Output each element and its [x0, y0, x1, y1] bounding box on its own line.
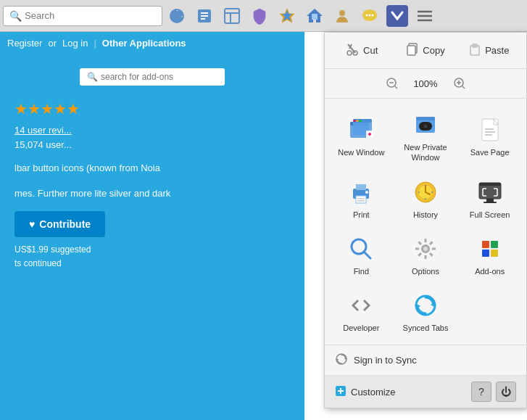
zoom-in-button[interactable]	[449, 73, 470, 94]
bookmarks-icon[interactable]	[191, 3, 217, 29]
nav-separator: |	[94, 38, 96, 49]
layout-icon[interactable]	[219, 3, 245, 29]
paste-button[interactable]: Paste	[459, 38, 519, 62]
paste-label: Paste	[485, 45, 509, 56]
svg-point-50	[425, 125, 426, 127]
new-window-item[interactable]: New Window	[331, 104, 392, 169]
cut-label: Cut	[363, 45, 378, 56]
nav-or: or	[48, 38, 57, 49]
svg-line-89	[418, 242, 421, 244]
svg-line-82	[364, 252, 370, 258]
svg-rect-71	[486, 199, 494, 202]
chat-icon[interactable]	[357, 3, 383, 29]
history-item[interactable]: History	[395, 172, 457, 226]
find-item[interactable]: Find	[331, 228, 392, 282]
customize-row: Customize ? ⏻	[325, 376, 526, 408]
cut-button[interactable]: Cut	[332, 38, 392, 62]
svg-rect-10	[312, 14, 318, 20]
user-count: 15,074 user...	[14, 139, 290, 150]
svg-rect-56	[356, 184, 366, 190]
svg-point-39	[354, 120, 356, 122]
search-input[interactable]	[25, 10, 156, 21]
svg-rect-51	[482, 119, 498, 141]
sign-in-row[interactable]: Sign in to Sync	[325, 345, 526, 376]
customize-label-text: Customize	[351, 387, 395, 398]
add-ons-item[interactable]: Add-ons	[459, 228, 520, 282]
full-screen-label: Full Screen	[470, 210, 510, 220]
find-icon	[347, 234, 375, 263]
svg-rect-16	[386, 5, 408, 27]
addon-search-icon: 🔍	[87, 72, 98, 82]
svg-point-14	[369, 14, 371, 16]
shield-icon[interactable]	[246, 3, 273, 29]
print-icon	[347, 178, 375, 207]
contribute-label: Contribute	[39, 218, 91, 230]
options-item[interactable]: Options	[395, 228, 457, 282]
search-icon: 🔍	[9, 10, 22, 22]
svg-rect-95	[482, 250, 489, 257]
options-icon	[411, 234, 440, 263]
copy-button[interactable]: Copy	[395, 38, 455, 62]
svg-rect-96	[491, 250, 498, 257]
new-private-window-label: New Private Window	[398, 142, 454, 163]
svg-line-91	[430, 242, 433, 244]
svg-line-30	[395, 86, 397, 88]
power-icon: ⏻	[501, 386, 511, 398]
svg-rect-93	[482, 241, 489, 248]
settings-icon[interactable]	[164, 3, 190, 29]
help-button[interactable]: ?	[471, 382, 491, 402]
developer-label: Developer	[343, 323, 379, 333]
print-item[interactable]: Print	[331, 172, 392, 226]
svg-line-92	[418, 253, 421, 256]
sign-in-label: Sign in to Sync	[354, 355, 417, 366]
print-label: Print	[353, 210, 370, 220]
search-box[interactable]: 🔍	[3, 6, 162, 26]
svg-point-60	[365, 191, 368, 194]
full-screen-icon	[476, 178, 505, 207]
save-page-icon	[476, 115, 505, 144]
star-icon[interactable]	[274, 3, 300, 29]
synced-tabs-item[interactable]: Synced Tabs	[395, 285, 457, 339]
svg-rect-57	[356, 196, 366, 203]
svg-line-90	[430, 253, 433, 256]
page-content: 🔍 ★★★★★ 14 user revi... 15,074 user... l…	[0, 54, 304, 420]
svg-point-15	[372, 14, 374, 16]
toolbar: 🔍	[0, 0, 527, 32]
other-apps-label: Other Applications	[102, 38, 186, 49]
svg-rect-94	[491, 241, 498, 248]
save-page-item[interactable]: Save Page	[459, 104, 520, 169]
full-screen-item[interactable]: Full Screen	[459, 172, 520, 226]
rating-stars: ★★★★★	[14, 100, 290, 118]
register-link[interactable]: Register	[7, 38, 42, 49]
options-label: Options	[412, 266, 439, 276]
zoom-out-button[interactable]	[382, 73, 402, 94]
person-icon[interactable]	[329, 3, 355, 29]
developer-icon	[347, 291, 375, 320]
new-private-window-icon	[411, 110, 440, 139]
developer-item[interactable]: Developer	[331, 285, 392, 339]
help-icon: ?	[478, 386, 484, 398]
customize-button[interactable]: Customize	[335, 385, 465, 399]
addon-search-bar[interactable]: 🔍	[80, 68, 225, 86]
home-icon[interactable]	[302, 3, 328, 29]
menu-icon[interactable]	[412, 3, 438, 29]
copy-icon	[406, 43, 419, 58]
zoom-value: 100%	[410, 78, 442, 89]
svg-point-11	[339, 10, 345, 16]
pocket-icon[interactable]	[384, 3, 410, 29]
heart-icon: ♥	[29, 218, 35, 230]
sync-icon	[335, 353, 348, 368]
power-button[interactable]: ⏻	[496, 382, 516, 402]
new-window-label: New Window	[338, 147, 384, 157]
contribute-button[interactable]: ♥ Contribute	[14, 211, 105, 237]
ts-continued: ts continued	[14, 258, 290, 268]
review-link[interactable]: 14 user revi...	[14, 125, 290, 136]
login-link[interactable]: Log in	[62, 38, 88, 49]
svg-rect-38	[353, 119, 372, 123]
svg-rect-25	[407, 46, 415, 55]
synced-tabs-label: Synced Tabs	[403, 323, 449, 333]
menu-grid: New Window New Private Window	[325, 99, 526, 345]
addon-search-input[interactable]	[101, 72, 209, 82]
new-private-window-item[interactable]: New Private Window	[395, 104, 457, 169]
customize-actions: ? ⏻	[471, 382, 516, 402]
